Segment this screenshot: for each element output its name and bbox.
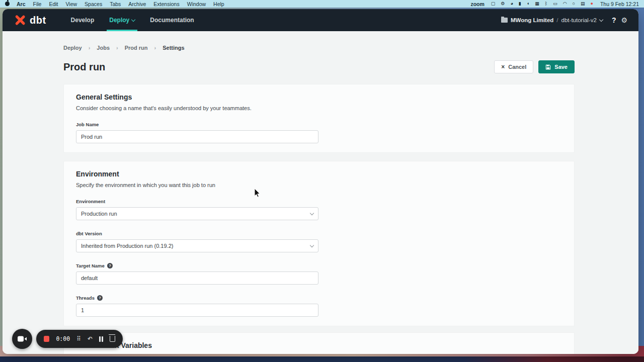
account-separator: /	[556, 17, 558, 23]
menu-extensions[interactable]: Extensions	[153, 1, 179, 7]
dbt-version-select[interactable]: Inherited from Production run (0.19.2)	[76, 239, 318, 252]
chevron-down-icon	[310, 211, 314, 215]
environment-title: Environment	[76, 170, 562, 178]
breadcrumb-deploy[interactable]: Deploy	[63, 45, 82, 51]
input-source-icon[interactable]: ▭	[553, 2, 557, 6]
env-vars-desc-suffix: .	[392, 353, 393, 354]
target-name-input[interactable]	[76, 272, 318, 285]
nav-develop[interactable]: Develop	[63, 9, 102, 31]
breadcrumb-jobs[interactable]: Jobs	[97, 45, 110, 51]
zoom-app-label[interactable]: zoom	[470, 1, 484, 7]
screen-share-icon[interactable]: ▢	[491, 2, 496, 6]
navbar-right: MWong Limited / dbt-tutorial-v2 ? ⚙	[501, 16, 627, 24]
environment-select-value: Production run	[81, 211, 117, 217]
camera-toggle-button[interactable]	[12, 329, 32, 349]
volume-icon[interactable]: ◖	[527, 2, 529, 6]
job-name-label: Job Name	[76, 122, 562, 127]
recording-toolbar: 0:00 ⠿ ↶	[36, 330, 123, 348]
close-icon: ×	[501, 63, 505, 70]
environment-select[interactable]: Production run	[76, 207, 318, 220]
clock-icon[interactable]: ◕	[510, 2, 513, 6]
environment-variables-card: Environment Variables Job-level override…	[63, 332, 575, 354]
breadcrumb-separator: ›	[116, 45, 118, 51]
page-actions: × Cancel Save	[494, 60, 575, 73]
wallpaper-bottom-strip	[0, 356, 644, 362]
menu-view[interactable]: View	[66, 1, 77, 7]
cancel-button[interactable]: × Cancel	[494, 60, 533, 73]
help-circle-icon[interactable]: ?	[107, 263, 113, 268]
settings-gear-icon[interactable]: ⚙	[621, 16, 627, 24]
pause-recording-button[interactable]	[99, 336, 104, 342]
display-icon[interactable]: ▦	[535, 2, 539, 6]
environment-card: Environment Specify the environment in w…	[63, 161, 575, 326]
environment-description: Specify the environment in which you wan…	[76, 182, 562, 188]
general-settings-description: Consider choosing a name that's easily u…	[76, 105, 562, 111]
general-settings-title: General Settings	[76, 93, 562, 101]
page-title: Prod run	[63, 61, 105, 73]
app-window: dbt Develop Deploy Documentation MWong L…	[3, 9, 638, 354]
menu-window[interactable]: Window	[187, 1, 206, 7]
menu-spaces[interactable]: Spaces	[85, 1, 102, 7]
wifi-icon[interactable]: ◠	[563, 2, 567, 6]
nav-documentation[interactable]: Documentation	[142, 9, 201, 31]
battery-icon[interactable]: ▮	[519, 2, 521, 6]
threads-input[interactable]	[76, 304, 318, 317]
video-camera-icon	[17, 335, 27, 342]
save-disk-icon	[545, 64, 551, 70]
apple-menu-icon[interactable]	[5, 2, 10, 6]
target-name-label-text: Target Name	[76, 263, 105, 268]
threads-label: Threads ?	[76, 295, 562, 301]
menu-archive[interactable]: Archive	[128, 1, 146, 7]
gear-icon[interactable]: ⚙	[501, 2, 505, 6]
organization-icon	[501, 18, 508, 23]
record-dot-icon[interactable]: ●	[591, 2, 593, 6]
dbt-logo[interactable]: dbt	[14, 14, 46, 27]
target-name-label: Target Name ?	[76, 263, 562, 268]
org-name: MWong Limited	[511, 17, 553, 23]
breadcrumb-separator: ›	[89, 45, 91, 51]
menu-help[interactable]: Help	[213, 1, 224, 7]
nav-deploy-label: Deploy	[109, 17, 129, 24]
account-switcher[interactable]: MWong Limited / dbt-tutorial-v2	[501, 17, 603, 23]
bluetooth-icon[interactable]: ᛒ	[545, 2, 547, 6]
dbt-version-label: dbt Version	[76, 231, 562, 236]
save-button[interactable]: Save	[538, 60, 575, 73]
drag-handle-icon[interactable]: ⠿	[76, 336, 81, 342]
save-label: Save	[554, 64, 568, 70]
menu-file[interactable]: File	[33, 1, 42, 7]
nav-documentation-label: Documentation	[150, 17, 194, 24]
dbt-version-label-text: dbt Version	[76, 231, 102, 236]
environment-variables-title: Environment Variables	[76, 341, 562, 349]
env-vars-desc-prefix: Job-level overrides can be set here. If …	[76, 353, 339, 354]
general-settings-card: General Settings Consider choosing a nam…	[63, 84, 575, 153]
cancel-label: Cancel	[508, 64, 526, 70]
environment-select-label-text: Environment	[76, 199, 105, 204]
nav-deploy[interactable]: Deploy	[102, 9, 142, 31]
help-icon[interactable]: ?	[612, 16, 616, 24]
breadcrumb-prod-run[interactable]: Prod run	[125, 45, 148, 51]
stop-recording-button[interactable]	[44, 336, 49, 342]
job-name-input[interactable]	[76, 130, 318, 143]
job-name-label-text: Job Name	[76, 122, 99, 127]
dbt-navbar: dbt Develop Deploy Documentation MWong L…	[3, 9, 638, 31]
menubar-clock[interactable]: Thu 9 Feb 12:21	[600, 1, 639, 7]
control-center-icon[interactable]: ▤	[581, 2, 585, 6]
dbt-version-select-value: Inherited from Production run (0.19.2)	[81, 243, 173, 249]
discard-recording-button[interactable]	[110, 336, 115, 342]
primary-nav: Develop Deploy Documentation	[63, 9, 202, 31]
environment-variables-description: Job-level overrides can be set here. If …	[76, 353, 562, 354]
breadcrumb-separator: ›	[154, 45, 156, 51]
breadcrumb: Deploy › Jobs › Prod run › Settings	[63, 31, 575, 51]
page-content: Deploy › Jobs › Prod run › Settings Prod…	[3, 31, 638, 354]
menu-tabs[interactable]: Tabs	[110, 1, 121, 7]
chevron-down-icon	[310, 243, 314, 247]
environment-select-label: Environment	[76, 199, 562, 204]
menu-edit[interactable]: Edit	[49, 1, 58, 7]
restart-recording-icon[interactable]: ↶	[88, 336, 93, 342]
recording-timer: 0:00	[56, 335, 70, 342]
environments-settings-link[interactable]: Environments Settings	[339, 353, 392, 354]
breadcrumb-settings: Settings	[163, 45, 184, 51]
menu-arc[interactable]: Arc	[17, 1, 26, 7]
help-circle-icon[interactable]: ?	[97, 295, 103, 301]
search-icon[interactable]: ○	[573, 2, 575, 6]
